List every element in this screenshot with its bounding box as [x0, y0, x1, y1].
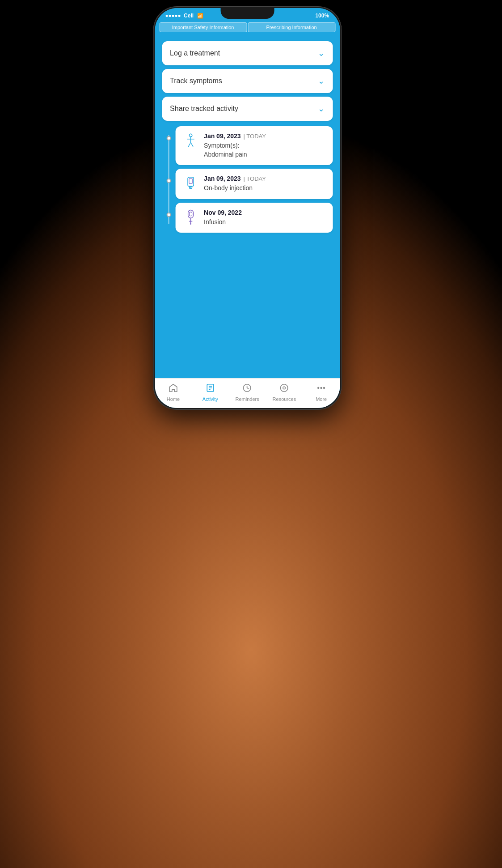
signal-dots	[165, 15, 180, 17]
dot-2	[166, 179, 171, 183]
svg-rect-9	[188, 210, 193, 218]
dot-3	[166, 213, 171, 217]
main-content: Log a treatment ⌄ Track symptoms ⌄ Share…	[155, 36, 340, 378]
injection-icon	[182, 175, 198, 191]
nav-home[interactable]: Home	[160, 383, 186, 402]
dot-1	[166, 136, 171, 140]
nav-reminders-label: Reminders	[235, 396, 259, 402]
battery-label: 100%	[315, 13, 329, 19]
svg-point-24	[318, 387, 319, 389]
chevron-icon-1: ⌄	[318, 48, 325, 58]
notch	[220, 8, 274, 19]
card-text-1: Jan 09, 2023 | TODAY Symptom(s): Abdomin…	[204, 132, 325, 159]
signal-dot-5	[178, 15, 180, 17]
card-date-row-2: Jan 09, 2023 | TODAY	[204, 175, 325, 182]
home-icon	[168, 383, 178, 395]
card-date-3: Nov 09, 2022	[204, 209, 242, 216]
timeline-dot-1	[162, 126, 175, 140]
timeline-card-2[interactable]: Jan 09, 2023 | TODAY On-body injection	[175, 169, 333, 199]
infusion-icon	[182, 209, 198, 225]
svg-line-21	[247, 388, 249, 389]
card-desc-1: Symptom(s): Abdominal pain	[204, 141, 325, 159]
nav-home-label: Home	[167, 396, 180, 402]
bottom-nav: Home Activity	[155, 378, 340, 408]
timeline-item-2: Jan 09, 2023 | TODAY On-body injection	[162, 169, 333, 199]
card-desc-2: On-body injection	[204, 184, 325, 193]
timeline-item-3: Nov 09, 2022 Infusion	[162, 203, 333, 233]
svg-point-0	[189, 134, 192, 136]
timeline-dot-2	[162, 169, 175, 183]
accordion-label-3: Share tracked activity	[170, 105, 238, 113]
activity-icon	[205, 383, 215, 395]
accordion-log-treatment[interactable]: Log a treatment ⌄	[162, 41, 333, 65]
nav-activity-label: Activity	[202, 396, 218, 402]
signal-dot-1	[165, 15, 168, 17]
timeline-item-1: Jan 09, 2023 | TODAY Symptom(s): Abdomin…	[162, 126, 333, 165]
svg-rect-6	[189, 179, 192, 184]
prescribing-info-btn[interactable]: Prescribing Information	[248, 22, 335, 32]
nav-activity[interactable]: Activity	[197, 383, 224, 402]
chevron-icon-2: ⌄	[318, 76, 325, 86]
accordion-track-symptoms[interactable]: Track symptoms ⌄	[162, 69, 333, 93]
status-left: Cell 📶	[165, 13, 203, 19]
nav-reminders[interactable]: Reminders	[234, 383, 261, 402]
phone-screen: Cell 📶 100% Important Safety Information…	[155, 8, 340, 408]
timeline-card-3[interactable]: Nov 09, 2022 Infusion	[175, 203, 333, 233]
accordion-label-2: Track symptoms	[170, 77, 222, 85]
more-icon	[316, 383, 326, 395]
phone-wrapper: Cell 📶 100% Important Safety Information…	[153, 7, 341, 409]
svg-rect-10	[189, 212, 192, 216]
svg-point-26	[324, 387, 325, 389]
nav-more-label: More	[316, 396, 327, 402]
signal-dot-4	[175, 15, 177, 17]
carrier-label: Cell	[184, 13, 194, 19]
signal-dot-2	[169, 15, 171, 17]
wifi-icon: 📶	[197, 13, 203, 19]
resources-icon	[279, 383, 289, 395]
svg-point-14	[190, 223, 191, 225]
svg-line-3	[188, 142, 190, 146]
card-date-2: Jan 09, 2023	[204, 175, 241, 182]
svg-point-22	[281, 384, 288, 392]
timeline-card-1[interactable]: Jan 09, 2023 | TODAY Symptom(s): Abdomin…	[175, 126, 333, 165]
nav-resources-label: Resources	[273, 396, 296, 402]
nav-resources[interactable]: Resources	[271, 383, 298, 402]
safety-bar: Important Safety Information Prescribing…	[155, 21, 340, 36]
svg-point-23	[283, 387, 286, 389]
safety-info-btn[interactable]: Important Safety Information	[159, 22, 247, 32]
chevron-icon-3: ⌄	[318, 104, 325, 114]
reminders-icon	[242, 383, 252, 395]
accordion-share-activity[interactable]: Share tracked activity ⌄	[162, 97, 333, 121]
timeline-dot-3	[162, 203, 175, 217]
card-today-1: | TODAY	[244, 133, 266, 140]
card-text-3: Nov 09, 2022 Infusion	[204, 209, 325, 227]
svg-line-4	[190, 142, 193, 146]
signal-dot-3	[172, 15, 174, 17]
timeline-section: Jan 09, 2023 | TODAY Symptom(s): Abdomin…	[162, 126, 333, 233]
card-date-row-3: Nov 09, 2022	[204, 209, 325, 216]
person-icon	[182, 132, 198, 149]
nav-more[interactable]: More	[308, 383, 335, 402]
card-date-row-1: Jan 09, 2023 | TODAY	[204, 132, 325, 140]
card-date-1: Jan 09, 2023	[204, 132, 241, 140]
card-today-2: | TODAY	[244, 175, 266, 182]
phone-frame: Cell 📶 100% Important Safety Information…	[153, 7, 341, 409]
card-desc-3: Infusion	[204, 218, 325, 227]
accordion-label-1: Log a treatment	[170, 49, 220, 57]
card-text-2: Jan 09, 2023 | TODAY On-body injection	[204, 175, 325, 193]
svg-point-25	[321, 387, 322, 389]
